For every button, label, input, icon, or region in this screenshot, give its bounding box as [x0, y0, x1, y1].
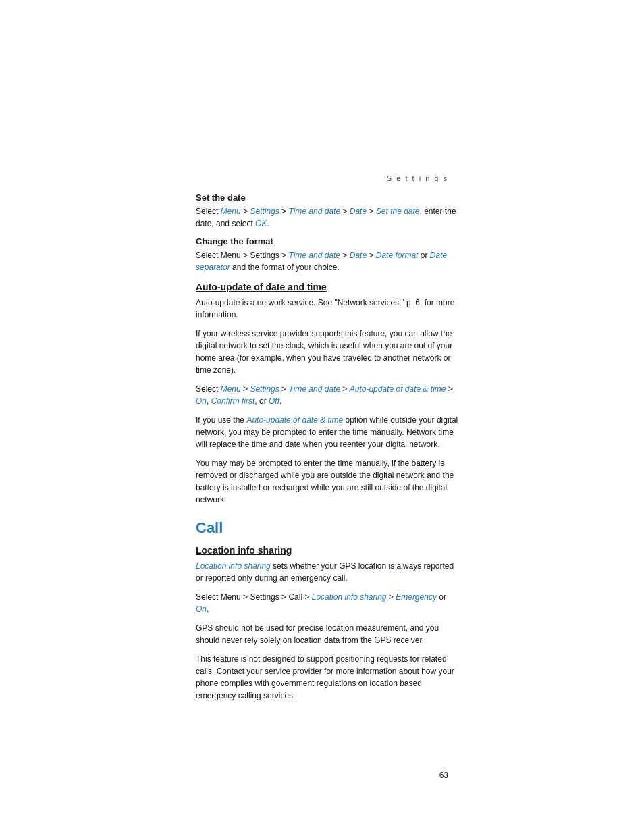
location-info-para2: Select Menu > Settings > Call > Location…	[196, 591, 459, 615]
confirm-first-link: Confirm first	[211, 396, 255, 406]
change-the-format-body: Select Menu > Settings > Time and date >…	[196, 249, 459, 273]
time-and-date-link: Time and date	[288, 207, 340, 216]
location-info-section: Location info sharing Location info shar…	[196, 545, 459, 702]
set-the-date-link: Set the date	[376, 207, 420, 216]
date-link2: Date	[350, 251, 367, 260]
date-link: Date	[350, 207, 367, 216]
page-section-header: S e t t i n g s	[387, 174, 448, 182]
content-area: Set the date Select Menu > Settings > Ti…	[196, 192, 459, 708]
on-link2: On	[196, 604, 207, 614]
emergency-link: Emergency	[396, 592, 437, 602]
auto-update-para5: You may may be prompted to enter the tim…	[196, 457, 459, 506]
location-info-para4: This feature is not designed to support …	[196, 653, 459, 702]
set-the-date-body: Select Menu > Settings > Time and date >…	[196, 205, 459, 230]
page-container: S e t t i n g s Set the date Select Menu…	[0, 0, 644, 834]
change-the-format-heading: Change the format	[196, 236, 459, 246]
auto-update-para3: Select Menu > Settings > Time and date >…	[196, 383, 459, 407]
on-link: On	[196, 396, 207, 406]
ok-link: OK	[255, 219, 267, 228]
location-info-para3: GPS should not be used for precise locat…	[196, 622, 459, 646]
settings-link: Settings	[250, 207, 279, 216]
location-info-link: Location info sharing	[196, 561, 271, 571]
set-the-date-section: Set the date Select Menu > Settings > Ti…	[196, 192, 459, 230]
time-and-date-link2: Time and date	[288, 251, 340, 260]
call-section-heading: Call	[196, 519, 459, 537]
page-number: 63	[439, 771, 448, 780]
menu-link: Menu	[221, 207, 241, 216]
set-the-date-heading: Set the date	[196, 192, 459, 203]
off-link: Off	[269, 396, 279, 406]
section-title: S e t t i n g s	[387, 174, 448, 182]
time-and-date-link3: Time and date	[288, 384, 340, 394]
location-info-link2: Location info sharing	[312, 592, 387, 602]
auto-update-section: Auto-update of date and time Auto-update…	[196, 282, 459, 506]
location-info-heading: Location info sharing	[196, 545, 459, 556]
auto-update-link: Auto-update of date & time	[350, 384, 446, 394]
auto-update-para1: Auto-update is a network service. See "N…	[196, 296, 459, 321]
date-format-link: Date format	[376, 251, 419, 260]
change-the-format-section: Change the format Select Menu > Settings…	[196, 236, 459, 273]
auto-update-para4: If you use the Auto-update of date & tim…	[196, 414, 459, 450]
menu-link2: Menu	[221, 384, 241, 394]
auto-update-link2: Auto-update of date & time	[246, 415, 343, 425]
location-info-para1: Location info sharing sets whether your …	[196, 560, 459, 584]
auto-update-para2: If your wireless service provider suppor…	[196, 328, 459, 376]
settings-link2: Settings	[250, 384, 279, 394]
auto-update-heading: Auto-update of date and time	[196, 282, 459, 292]
